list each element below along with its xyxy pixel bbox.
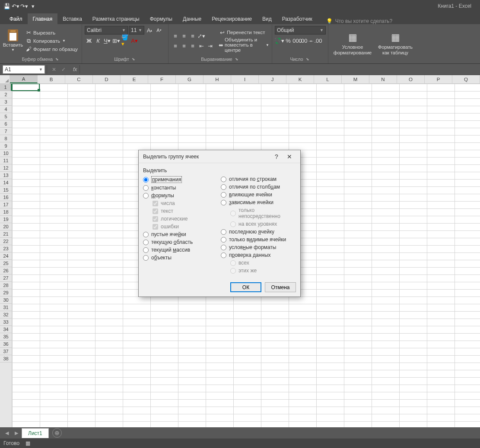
option-input-blanks[interactable] xyxy=(143,232,149,237)
align-bottom-button[interactable]: ≡ xyxy=(188,32,197,40)
column-header[interactable]: K xyxy=(286,75,314,83)
tab-layout[interactable]: Разметка страницы xyxy=(87,13,145,24)
row-header[interactable]: 11 xyxy=(0,157,12,164)
row-header[interactable]: 23 xyxy=(0,245,12,252)
tab-formulas[interactable]: Формулы xyxy=(145,13,178,24)
row-header[interactable]: 27 xyxy=(0,274,12,282)
cancel-formula-button[interactable]: ✕ xyxy=(50,65,58,74)
option-input-dep[interactable] xyxy=(221,200,226,205)
option-constants[interactable]: константы xyxy=(143,184,218,192)
borders-button[interactable]: ⊞▾ xyxy=(112,36,121,45)
option-rowdiff[interactable]: отличия по строкам xyxy=(221,175,296,183)
tab-file[interactable]: Файл xyxy=(4,13,28,24)
fill-color-button[interactable]: 🪣▾ xyxy=(121,36,130,45)
column-header[interactable]: G xyxy=(176,75,203,83)
option-objects[interactable]: объекты xyxy=(143,254,218,262)
format-as-table-button[interactable]: ▦ Форматировать как таблицу xyxy=(376,26,415,61)
underline-button[interactable]: Ч▾ xyxy=(103,36,111,45)
indent-button[interactable]: ⇥ xyxy=(206,41,214,50)
row-header[interactable]: 36 xyxy=(0,341,12,348)
tab-review[interactable]: Рецензирование xyxy=(207,13,257,24)
option-visible[interactable]: только видимые ячейки xyxy=(221,236,296,243)
row-header[interactable]: 3 xyxy=(0,98,12,106)
clipboard-launcher-icon[interactable]: ⬊ xyxy=(54,57,60,61)
option-region[interactable]: текущую область xyxy=(143,238,218,246)
paste-button[interactable]: Вставить ▼ xyxy=(3,26,23,56)
row-header[interactable]: 38 xyxy=(0,355,12,363)
font-color-button[interactable]: A▾ xyxy=(130,36,139,45)
row-header[interactable]: 14 xyxy=(0,179,12,186)
row-header[interactable]: 2 xyxy=(0,91,12,98)
option-input-comments[interactable] xyxy=(143,177,149,183)
dialog-close-button[interactable]: ✕ xyxy=(283,153,296,160)
option-input-objects[interactable] xyxy=(143,255,149,261)
new-sheet-button[interactable]: ⊕ xyxy=(52,428,62,438)
sheet-nav-next[interactable]: ▶ xyxy=(12,430,21,436)
select-all-corner[interactable] xyxy=(0,75,10,83)
option-array[interactable]: текущий массив xyxy=(143,246,218,254)
row-header[interactable]: 28 xyxy=(0,282,12,289)
option-cfmt[interactable]: условные форматы xyxy=(221,243,296,251)
tab-view[interactable]: Вид xyxy=(257,13,277,24)
orientation-button[interactable]: ⤢▾ xyxy=(197,32,206,40)
row-header[interactable]: 17 xyxy=(0,201,12,208)
row-header[interactable]: 31 xyxy=(0,304,12,311)
format-painter-button[interactable]: 🖌Формат по образцу xyxy=(25,46,78,53)
option-last[interactable]: последнюю ячейку xyxy=(221,228,296,236)
row-header[interactable]: 33 xyxy=(0,319,12,326)
option-input-array[interactable] xyxy=(143,247,149,253)
row-header[interactable]: 10 xyxy=(0,150,12,157)
row-header[interactable]: 21 xyxy=(0,230,12,238)
percent-button[interactable]: % xyxy=(284,36,292,45)
column-header[interactable]: O xyxy=(397,75,425,83)
decrease-decimal-button[interactable]: ←.00 xyxy=(311,36,320,45)
option-input-last[interactable] xyxy=(221,229,226,235)
tell-me[interactable]: 💡 Что вы хотите сделать? xyxy=(326,18,393,24)
row-header[interactable]: 6 xyxy=(0,120,12,128)
column-header[interactable]: Q xyxy=(452,75,480,83)
column-header[interactable]: J xyxy=(259,75,286,83)
outdent-button[interactable]: ⇤ xyxy=(197,41,206,50)
align-middle-button[interactable]: ≡ xyxy=(180,32,188,40)
row-header[interactable]: 20 xyxy=(0,223,12,230)
column-header[interactable]: D xyxy=(93,75,121,83)
row-header[interactable]: 7 xyxy=(0,128,12,135)
undo-icon[interactable]: ↶▾ xyxy=(12,3,19,9)
row-header[interactable]: 18 xyxy=(0,208,12,216)
column-header[interactable]: L xyxy=(314,75,342,83)
bold-button[interactable]: Ж xyxy=(85,36,93,45)
option-input-prec[interactable] xyxy=(221,192,226,198)
fx-icon[interactable]: fx xyxy=(70,66,79,73)
enter-formula-button[interactable]: ✓ xyxy=(59,65,68,74)
option-input-coldiff[interactable] xyxy=(221,184,226,190)
row-header[interactable]: 26 xyxy=(0,267,12,274)
option-input-visible[interactable] xyxy=(221,237,226,243)
option-input-rowdiff[interactable] xyxy=(221,177,226,182)
option-input-cfmt[interactable] xyxy=(221,245,226,250)
ok-button[interactable]: ОК xyxy=(230,282,261,292)
row-header[interactable]: 8 xyxy=(0,135,12,142)
option-coldiff[interactable]: отличия по столбцам xyxy=(221,183,296,191)
sheet-tab-active[interactable]: Лист1 xyxy=(22,428,49,438)
row-header[interactable]: 24 xyxy=(0,252,12,260)
column-header[interactable]: C xyxy=(65,75,93,83)
row-header[interactable]: 5 xyxy=(0,113,12,120)
option-formulas[interactable]: формулы xyxy=(143,192,218,199)
option-input-constants[interactable] xyxy=(143,185,149,191)
grow-font-button[interactable]: A▴ xyxy=(145,26,154,35)
column-header[interactable]: H xyxy=(203,75,231,83)
option-comments[interactable]: примечания xyxy=(143,175,218,184)
option-input-region[interactable] xyxy=(143,240,149,245)
cancel-button[interactable]: Отмена xyxy=(265,282,296,292)
align-center-button[interactable]: ≡ xyxy=(180,41,188,50)
merge-center-button[interactable]: ⬌Объединить и поместить в центре▼ xyxy=(219,37,269,53)
number-launcher-icon[interactable]: ⬊ xyxy=(305,57,310,61)
copy-button[interactable]: ⧉Копировать▼ xyxy=(25,38,78,44)
column-header[interactable]: P xyxy=(425,75,452,83)
column-header[interactable]: E xyxy=(121,75,148,83)
row-header[interactable]: 34 xyxy=(0,326,12,333)
column-header[interactable]: F xyxy=(148,75,176,83)
align-right-button[interactable]: ≡ xyxy=(188,41,197,50)
align-launcher-icon[interactable]: ⬊ xyxy=(234,57,239,61)
column-header[interactable]: B xyxy=(38,75,65,83)
